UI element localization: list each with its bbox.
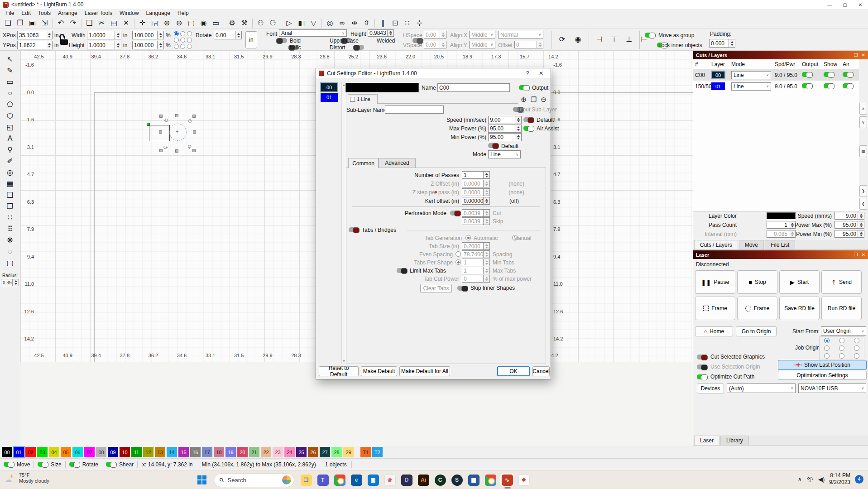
rotate-handle-icon[interactable]: ⟲ xyxy=(187,145,193,149)
new-file-button[interactable]: ❏ xyxy=(2,18,14,29)
tab-size-spinner[interactable] xyxy=(483,243,489,249)
optimization-settings-button[interactable]: Optimization Settings xyxy=(778,371,867,380)
layer-color-chip[interactable]: 00 xyxy=(711,71,725,79)
kerf-spinner[interactable] xyxy=(483,197,489,204)
origin-ref-8[interactable] xyxy=(187,44,192,49)
interval-spinner[interactable] xyxy=(789,230,795,237)
layer-row-01[interactable]: 150/5001Line∨9.0 / 95.0 xyxy=(693,81,859,92)
z-offset-spinner[interactable] xyxy=(483,180,489,187)
layer-show-toggle[interactable] xyxy=(824,72,834,77)
discord-button[interactable]: D xyxy=(399,473,414,487)
palette-color-28[interactable]: 28 xyxy=(331,447,342,457)
menu-help[interactable]: Help xyxy=(174,10,192,17)
selection-handle[interactable] xyxy=(159,130,162,134)
run-rd-file-button[interactable]: Run RD file xyxy=(821,297,862,320)
design-space-button[interactable]: ❖ xyxy=(517,473,531,487)
skip-inner-shapes-toggle[interactable] xyxy=(457,286,468,291)
focus-button[interactable]: ◎ xyxy=(324,18,336,29)
tab-cuts-layers[interactable]: Cuts / Layers xyxy=(694,240,738,249)
selection-anchor-handle[interactable] xyxy=(147,123,150,126)
bold-toggle[interactable] xyxy=(276,38,287,43)
clock[interactable]: 8:14 PM 9/2/2023 xyxy=(829,472,850,486)
palette-color-02[interactable]: 02 xyxy=(25,447,36,457)
ypos-spinner[interactable] xyxy=(46,41,52,49)
palette-color-06[interactable]: 06 xyxy=(72,447,83,457)
move-toggle[interactable] xyxy=(4,462,14,467)
palette-color-11[interactable]: 11 xyxy=(131,447,142,457)
go-to-origin-button[interactable]: Go to Origin xyxy=(736,326,777,336)
menu-tools[interactable]: Tools xyxy=(34,10,54,17)
layer-name-field[interactable]: C00 xyxy=(437,83,510,92)
frame-selection-button[interactable]: ▢ xyxy=(185,18,197,29)
menu-edit[interactable]: Edit xyxy=(18,10,34,17)
height-spinner[interactable] xyxy=(115,41,121,49)
lightburn-button[interactable]: ∿ xyxy=(500,473,514,487)
width-percent-spinner[interactable] xyxy=(157,31,163,39)
height-percent-spinner[interactable] xyxy=(157,41,163,49)
font-height-field[interactable]: 0.9843 xyxy=(368,29,394,37)
offset-field[interactable]: 0 xyxy=(514,41,543,48)
selection-handle[interactable] xyxy=(192,115,196,118)
align-bottom-button[interactable]: ⊥ xyxy=(623,34,635,44)
device-settings-button[interactable]: ⚒ xyxy=(238,18,250,29)
copy-sublayer-button[interactable]: ❐ xyxy=(530,96,537,103)
origin-ref-1[interactable] xyxy=(180,31,185,36)
paste-button[interactable]: ▤ xyxy=(108,18,120,29)
lasso-tool-button[interactable]: ◌ xyxy=(3,246,17,257)
height-field[interactable]: 1.0000 xyxy=(87,41,121,49)
palette-color-23[interactable]: 23 xyxy=(273,447,283,457)
menu-window[interactable]: Window xyxy=(116,10,143,17)
palette-color-29[interactable]: 29 xyxy=(343,447,354,457)
scroll-down-icon[interactable]: ▼ xyxy=(342,360,346,363)
start-button[interactable] xyxy=(195,473,209,487)
redo-button[interactable]: ↷ xyxy=(67,18,79,29)
snap-grid-button[interactable]: ∷ xyxy=(401,18,413,29)
power-max-spinner[interactable] xyxy=(858,221,864,228)
close-panel-icon[interactable]: ✕ xyxy=(862,53,865,58)
dock-button[interactable]: ⊡ xyxy=(389,18,401,29)
palette-color-07[interactable]: 07 xyxy=(84,447,95,457)
layer-air-toggle[interactable] xyxy=(843,72,854,77)
speed-quick-field[interactable]: 9.00 xyxy=(834,212,864,220)
layer-color-swatch[interactable] xyxy=(767,212,796,219)
chrome-button[interactable] xyxy=(332,473,347,487)
tab-file-list[interactable]: File List xyxy=(765,240,795,249)
pass-count-spinner[interactable] xyxy=(789,221,795,228)
dialog-layer-00[interactable]: 00 xyxy=(321,83,338,92)
align-top-button[interactable]: ⊤ xyxy=(608,34,620,44)
menu-file[interactable]: File xyxy=(2,10,18,17)
z-offset-field[interactable]: 0.0000 xyxy=(462,180,490,187)
photos-button[interactable]: ❀ xyxy=(383,473,397,487)
width-percent-field[interactable]: 100.000 xyxy=(132,31,164,39)
palette-color-21[interactable]: 21 xyxy=(249,447,259,457)
layer-mode-select[interactable]: Line∨ xyxy=(731,82,771,91)
job-origin-radio-5[interactable] xyxy=(854,345,859,351)
illustrator-button[interactable]: Ai xyxy=(416,473,431,487)
z-step-spinner[interactable] xyxy=(483,189,489,196)
grid-array-tool-button[interactable]: ⠿ xyxy=(3,223,17,235)
layer-color-chip[interactable]: 01 xyxy=(711,82,725,90)
save-rd-file-button[interactable]: Save RD file xyxy=(779,297,820,320)
max-power-field[interactable]: 95.00 xyxy=(488,125,522,133)
selection-handle[interactable] xyxy=(193,130,196,134)
optimize-cut-path-toggle[interactable] xyxy=(697,374,708,379)
palette-color-00[interactable]: 00 xyxy=(2,447,12,457)
position-laser-tool-button[interactable]: ⚲ xyxy=(3,144,17,155)
min-power-spinner[interactable] xyxy=(515,134,521,141)
palette-color-T1[interactable]: T1 xyxy=(360,447,371,457)
speed-spinner[interactable] xyxy=(515,116,521,124)
palette-color-12[interactable]: 12 xyxy=(143,447,153,457)
palette-color-03[interactable]: 03 xyxy=(37,447,48,457)
excel-button[interactable]: ▦ xyxy=(466,473,481,487)
device-auto-select[interactable]: (Auto)∨ xyxy=(727,384,796,393)
link-button[interactable]: ∞ xyxy=(336,18,348,29)
limit-max-tabs-toggle[interactable] xyxy=(397,268,408,273)
mode-select[interactable]: Line∨ xyxy=(488,150,521,158)
radius-spinner[interactable] xyxy=(12,279,19,286)
origin-ref-3[interactable] xyxy=(174,38,179,43)
trace-tool-button[interactable]: ❋ xyxy=(3,235,17,246)
pass-count-field[interactable]: 1 xyxy=(767,221,796,229)
speed-default-toggle[interactable] xyxy=(523,117,534,122)
job-origin-radio-1[interactable] xyxy=(839,338,844,343)
ypos-field[interactable]: 1.8622 xyxy=(17,41,53,49)
